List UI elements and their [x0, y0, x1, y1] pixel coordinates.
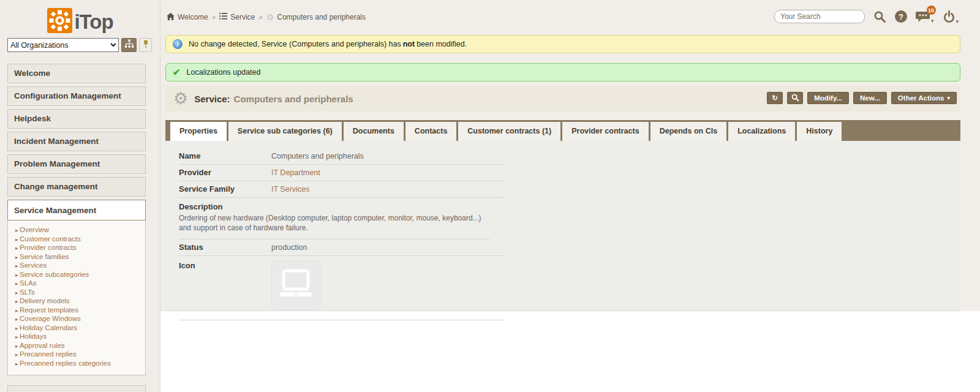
submenu-item-approval-rules[interactable]: Approval rules [8, 342, 145, 351]
breadcrumb-label: Computers and peripherals [277, 13, 366, 21]
icon-label: Icon [179, 261, 271, 270]
submenu-item-overview[interactable]: Overview [8, 226, 145, 235]
tab-customer-contracts[interactable]: Customer contracts (1) [458, 122, 560, 141]
service-family-link[interactable]: IT Services [271, 185, 309, 194]
breadcrumb-current-page[interactable]: ⚙ Computers and peripherals [266, 12, 366, 22]
submenu-item-delivery-models[interactable]: Delivery models [8, 297, 145, 306]
property-row-provider: Provider IT Department [179, 165, 505, 181]
status-value: production [271, 243, 307, 252]
sidebar-item-welcome[interactable]: Welcome [7, 64, 146, 83]
sidebar-menu: Welcome Configuration Management Helpdes… [0, 64, 160, 392]
check-icon: ✔ [173, 67, 181, 78]
search-button[interactable] [787, 92, 803, 104]
submenu-item-precanned-replies[interactable]: Precanned replies [8, 350, 145, 360]
submenu-item-provider-contracts[interactable]: Provider contracts [8, 244, 145, 253]
submenu-item-slas[interactable]: SLAs [8, 279, 145, 288]
submenu-item-holidays[interactable]: Holidays [8, 333, 145, 342]
page-title: Computers and peripherals [234, 94, 353, 104]
tab-history[interactable]: History [797, 122, 842, 141]
app-name: iTop [74, 10, 113, 34]
properties-table: Name Computers and peripherals Provider … [179, 148, 505, 320]
description-value: Ordering of new hardware (Desktop comput… [179, 214, 490, 239]
submenu-item-coverage-windows[interactable]: Coverage Windows [8, 315, 145, 324]
service-gear-icon: ⚙ [173, 91, 188, 107]
provider-label: Provider [179, 168, 271, 177]
info-icon: i [173, 39, 183, 49]
laptop-icon [276, 269, 315, 302]
tab-contacts[interactable]: Contacts [405, 122, 456, 141]
search-submit-icon[interactable] [873, 10, 886, 23]
submenu-item-holiday-calendars[interactable]: Holiday Calendars [8, 324, 145, 333]
menu-list-icon [219, 13, 227, 21]
success-banner-text: Localizations updated [187, 68, 261, 77]
global-search-input[interactable] [774, 10, 865, 23]
tab-depends-on-cis[interactable]: Depends on CIs [650, 122, 726, 141]
home-icon [167, 13, 175, 22]
sidebar-item-service-management[interactable]: Service Management [7, 200, 146, 221]
service-family-label: Service Family [179, 184, 271, 194]
sidebar-item-helpdesk[interactable]: Helpdesk [7, 109, 146, 129]
notification-badge: 10 [927, 6, 936, 15]
submenu-item-request-templates[interactable]: Request templates [8, 306, 145, 315]
name-label: Name [179, 151, 271, 160]
itop-logo-icon [47, 8, 72, 36]
object-class-label: Service: [194, 94, 230, 104]
pushpin-icon [142, 40, 149, 51]
status-label: Status [179, 243, 271, 252]
refresh-button[interactable]: ↻ [767, 92, 783, 104]
pin-menu-button[interactable] [139, 38, 152, 52]
object-header: ⚙ Service: Computers and peripherals ↻ M… [165, 86, 960, 111]
topbar-tools: ? 10 [774, 10, 959, 23]
info-banner-text: No change detected, Service (Computers a… [189, 40, 467, 48]
gear-icon: ⚙ [266, 12, 274, 22]
sidebar: iTop All Organizations [0, 0, 160, 392]
breadcrumb-label: Welcome [178, 13, 208, 21]
new-button[interactable]: New... [853, 92, 887, 104]
sidebar-item-next-section-clipped[interactable] [7, 385, 146, 392]
app-logo: iTop [0, 8, 160, 36]
property-row-status: Status production [179, 239, 505, 256]
property-row-icon: Icon [179, 256, 505, 320]
breadcrumb-welcome[interactable]: Welcome [167, 13, 208, 22]
info-glyph: i [176, 40, 178, 48]
properties-panel: Name Computers and peripherals Provider … [165, 141, 960, 311]
sidebar-item-incident-management[interactable]: Incident Management [7, 132, 146, 151]
breadcrumb-service[interactable]: Service [219, 13, 255, 21]
itop-window: iTop All Organizations [0, 0, 980, 392]
refresh-icon: ↻ [772, 94, 778, 102]
sidebar-item-problem-management[interactable]: Problem Management [7, 154, 146, 174]
notifications-chat-icon[interactable]: 10 [916, 10, 934, 23]
submenu-item-services[interactable]: Services [8, 262, 145, 271]
breadcrumb-separator: > [258, 13, 262, 21]
submenu-item-service-subcategories[interactable]: Service subcategories [8, 271, 145, 280]
sidebar-item-configuration-management[interactable]: Configuration Management [7, 86, 146, 106]
submenu-item-customer-contracts[interactable]: Customer contracts [8, 235, 145, 244]
breadcrumb-label: Service [230, 13, 255, 21]
provider-link[interactable]: IT Department [271, 168, 320, 177]
org-tree-icon [124, 39, 134, 51]
header-actions: ↻ Modify... New... Other Actions [767, 92, 957, 104]
submenu-item-slts[interactable]: SLTs [8, 288, 145, 298]
service-icon-image [271, 261, 320, 310]
main-area: Welcome > Service > ⚙ Com [160, 0, 980, 392]
submenu-item-precanned-replies-categories[interactable]: Precanned replies categories [8, 360, 145, 369]
success-banner: ✔ Localizations updated [165, 63, 960, 81]
search-icon [791, 94, 799, 103]
help-icon[interactable]: ? [895, 10, 907, 23]
power-logout-icon[interactable] [943, 10, 959, 23]
service-management-submenu: Overview Customer contracts Provider con… [7, 221, 146, 375]
tab-localizations[interactable]: Localizations [728, 122, 795, 141]
tab-service-sub-categories[interactable]: Service sub categories (6) [228, 122, 342, 141]
breadcrumb: Welcome > Service > ⚙ Com [167, 12, 366, 22]
modify-button[interactable]: Modify... [807, 92, 849, 104]
tab-provider-contracts[interactable]: Provider contracts [562, 122, 648, 141]
organization-select[interactable]: All Organizations [7, 38, 119, 52]
sidebar-item-change-management[interactable]: Change management [7, 177, 146, 197]
breadcrumb-separator: > [212, 13, 216, 21]
org-hierarchy-button[interactable] [121, 38, 137, 52]
tab-properties[interactable]: Properties [170, 122, 227, 141]
tab-documents[interactable]: Documents [344, 122, 404, 141]
other-actions-button[interactable]: Other Actions [891, 92, 957, 104]
info-banner: i No change detected, Service (Computers… [165, 35, 960, 53]
submenu-item-service-families[interactable]: Service families [8, 253, 145, 262]
